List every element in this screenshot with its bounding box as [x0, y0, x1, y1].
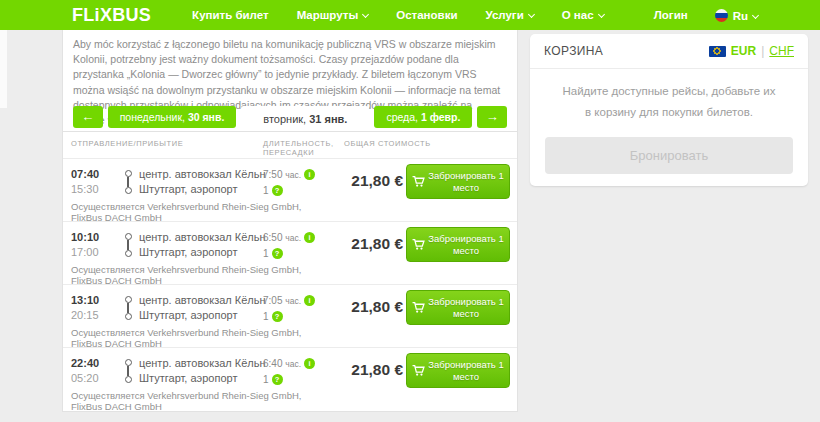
ride-results-card: ОТПРАВЛЕНИЕ/ПРИБЫТИЕ ДЛИТЕЛЬНОСТЬ,ПЕРЕСА…: [62, 131, 518, 412]
prev-day-button[interactable]: ←: [73, 106, 103, 128]
ride-times: 07:40 15:30: [71, 167, 99, 197]
tab-date-label: 31 янв.: [309, 113, 347, 125]
route-stops-icon: [124, 296, 132, 320]
duration-unit: час.: [285, 170, 301, 180]
tab-monday[interactable]: понедельник, 30 янв.: [108, 106, 237, 128]
column-duration-line2: ПЕРЕСАДКИ: [263, 148, 314, 157]
russia-flag-icon: [715, 9, 728, 22]
departure-time: 13:10: [71, 293, 99, 308]
info-icon[interactable]: i: [304, 232, 315, 243]
nav-routes[interactable]: Маршруты: [297, 9, 369, 21]
operator-note: Осуществляется Verkehrsverbund Rhein-Sie…: [71, 201, 326, 223]
operator-note: Осуществляется Verkehrsverbund Rhein-Sie…: [71, 264, 326, 286]
tab-wednesday[interactable]: среда, 1 февр.: [374, 106, 472, 128]
book-button-label: Забронировать 1 место: [428, 170, 504, 193]
to-station: Штутгарт, аэропорт: [139, 182, 266, 197]
transfers-line: 1?: [263, 246, 315, 261]
cart-icon: [412, 238, 425, 251]
top-right-controls: Логин Ru: [654, 9, 758, 22]
tab-date-label: 1 февр.: [421, 111, 460, 123]
info-icon[interactable]: i: [304, 169, 315, 180]
currency-chf-link[interactable]: CHF: [769, 44, 794, 58]
nav-services[interactable]: Услуги: [485, 9, 533, 21]
nav-about[interactable]: О нас: [562, 9, 604, 21]
nav-stops[interactable]: Остановки: [396, 9, 457, 21]
duration-transfers: 6:50 час.i 1?: [263, 230, 315, 261]
transfers-line: 1?: [263, 309, 315, 324]
ride-price: 21,80 €: [331, 235, 403, 253]
duration-line: 7:05 час.i: [263, 293, 315, 309]
book-seat-button[interactable]: Забронировать 1 место: [406, 290, 510, 325]
from-station: центр. автовокзал Кёльн: [139, 356, 266, 371]
duration-unit: час.: [285, 359, 301, 369]
next-day-button[interactable]: →: [477, 106, 507, 128]
ride-stations: центр. автовокзал Кёльн Штутгарт, аэропо…: [139, 293, 266, 323]
arrival-time: 17:00: [71, 245, 99, 260]
duration-value: 7:05: [263, 295, 282, 306]
duration-value: 7:50: [263, 169, 282, 180]
column-departure-arrival: ОТПРАВЛЕНИЕ/ПРИБЫТИЕ: [71, 139, 183, 148]
chevron-down-icon: [362, 11, 369, 18]
duration-unit: час.: [285, 296, 301, 306]
info-icon[interactable]: i: [304, 295, 315, 306]
transfers-help-icon[interactable]: ?: [272, 311, 283, 322]
currency-switcher: EUR | CHF: [709, 44, 794, 58]
departure-time: 10:10: [71, 230, 99, 245]
to-station: Штутгарт, аэропорт: [139, 308, 266, 323]
nav-label: Маршруты: [297, 9, 359, 21]
transfers-help-icon[interactable]: ?: [272, 185, 283, 196]
arrival-time: 20:15: [71, 308, 99, 323]
transfers-count: 1: [263, 311, 269, 322]
results-header: ОТПРАВЛЕНИЕ/ПРИБЫТИЕ ДЛИТЕЛЬНОСТЬ,ПЕРЕСА…: [63, 132, 517, 159]
from-station: центр. автовокзал Кёльн: [139, 293, 266, 308]
transfers-help-icon[interactable]: ?: [272, 248, 283, 259]
book-button-label: Забронировать 1 место: [428, 359, 504, 382]
tab-day-label: понедельник,: [120, 111, 185, 123]
column-duration-transfers: ДЛИТЕЛЬНОСТЬ,ПЕРЕСАДКИ: [263, 139, 334, 157]
nav-label: О нас: [562, 9, 594, 21]
book-seat-button[interactable]: Забронировать 1 место: [406, 164, 510, 199]
duration-line: 6:50 час.i: [263, 230, 315, 246]
ride-row: 13:10 20:15 центр. автовокзал Кёльн Штут…: [63, 285, 517, 348]
book-button-label: Забронировать 1 место: [428, 233, 504, 256]
tab-day-label: вторник,: [263, 113, 306, 125]
departure-time: 07:40: [71, 167, 99, 182]
tab-date-label: 30 янв.: [188, 111, 224, 123]
chevron-down-icon: [528, 11, 535, 18]
top-nav-bar: FLiXBUS Купить билет Маршруты Остановки …: [0, 0, 820, 30]
duration-line: 7:50 час.i: [263, 167, 315, 183]
ride-row: 22:40 05:20 центр. автовокзал Кёльн Штут…: [63, 348, 517, 411]
cart-icon: [412, 364, 425, 377]
book-seat-button[interactable]: Забронировать 1 место: [406, 353, 510, 388]
info-icon[interactable]: i: [304, 358, 315, 369]
flixbus-booking-page: FLiXBUS Купить билет Маршруты Остановки …: [0, 0, 820, 422]
login-button[interactable]: Логин: [654, 9, 688, 21]
tab-tuesday-active[interactable]: вторник, 31 янв.: [241, 106, 369, 131]
cart-header: КОРЗИНА EUR | CHF: [530, 34, 808, 69]
transfers-count: 1: [263, 185, 269, 196]
cart-title: КОРЗИНА: [544, 44, 603, 58]
language-label: Ru: [733, 10, 748, 22]
ride-row: 10:10 17:00 центр. автовокзал Кёльн Штут…: [63, 222, 517, 285]
chevron-down-icon: [598, 11, 605, 18]
transfers-count: 1: [263, 374, 269, 385]
cart-empty-message: Найдите доступные рейсы, добавьте их в к…: [530, 69, 808, 124]
nav-buy-ticket[interactable]: Купить билет: [192, 9, 269, 21]
transfers-count: 1: [263, 248, 269, 259]
transfers-help-icon[interactable]: ?: [272, 374, 283, 385]
column-duration-line1: ДЛИТЕЛЬНОСТЬ,: [263, 139, 334, 148]
nav-label: Услуги: [485, 9, 523, 21]
route-stops-icon: [124, 170, 132, 194]
language-selector[interactable]: Ru: [715, 9, 758, 22]
from-station: центр. автовокзал Кёльн: [139, 230, 266, 245]
book-seat-button[interactable]: Забронировать 1 место: [406, 227, 510, 262]
flixbus-logo[interactable]: FLiXBUS: [72, 5, 151, 26]
cart-panel: КОРЗИНА EUR | CHF Найдите доступные рейс…: [530, 34, 808, 186]
route-stops-icon: [124, 359, 132, 383]
ride-price: 21,80 €: [331, 298, 403, 316]
cart-book-button-disabled[interactable]: Бронировать: [545, 137, 793, 174]
to-station: Штутгарт, аэропорт: [139, 371, 266, 386]
duration-value: 6:50: [263, 232, 282, 243]
duration-value: 6:40: [263, 358, 282, 369]
duration-transfers: 7:05 час.i 1?: [263, 293, 315, 324]
